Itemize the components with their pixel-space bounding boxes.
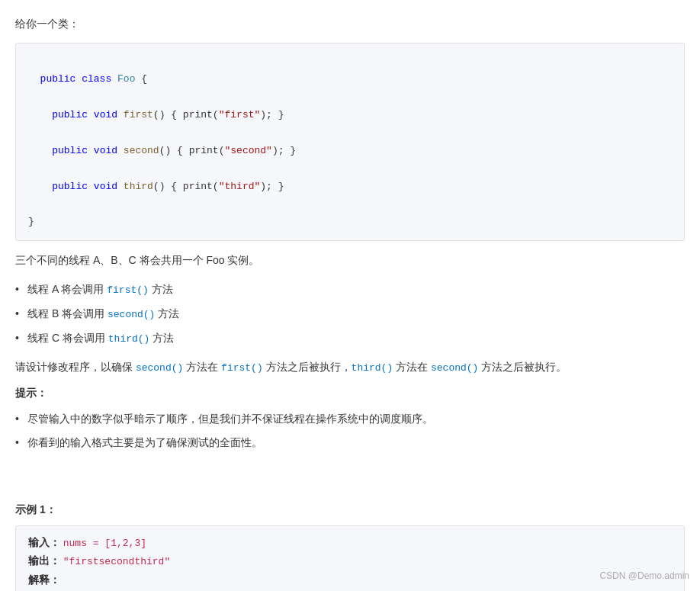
fn-second: second	[124, 145, 159, 156]
brace-close: }	[28, 216, 34, 227]
example-1-input-row: 输入： nums = [1,2,3]	[28, 534, 672, 552]
str-second: "second"	[224, 145, 271, 156]
spacer-2	[15, 477, 685, 486]
hint-section: 提示： 尽管输入中的数字似乎暗示了顺序，但是我们并不保证线程在操作系统中的调度顺…	[15, 384, 685, 455]
req-text-4: 方法在	[393, 361, 431, 373]
keyword-public: public	[40, 73, 82, 85]
example-1-input-label: 输入：	[28, 537, 60, 548]
req-code-third: third()	[352, 362, 393, 374]
indent2	[28, 145, 52, 156]
req-text-3: 方法之后被执行，	[263, 361, 352, 373]
req-code-first: first()	[221, 362, 263, 374]
kw-void-3: void	[94, 181, 124, 192]
hint-item-1: 尽管输入中的数字似乎暗示了顺序，但是我们并不保证线程在操作系统中的调度顺序。	[15, 407, 685, 432]
indent3	[28, 181, 52, 192]
example-1-output-val: "firstsecondthird"	[63, 556, 170, 567]
bullet-a-code: first()	[107, 284, 149, 296]
example-1-output-row: 输出： "firstsecondthird"	[28, 552, 672, 570]
str-first: "first"	[219, 109, 261, 120]
desc-text: 三个不同的线程 A、B、C 将会共用一个 Foo 实例。	[15, 252, 685, 270]
params-1: () { print(	[153, 109, 219, 120]
params-3: () { print(	[153, 181, 219, 192]
bullet-b-code: second()	[108, 309, 155, 320]
bullet-c-code: third()	[108, 333, 150, 345]
bullet-a-text-after: 方法	[149, 283, 173, 295]
kw-public-2: public	[52, 145, 94, 156]
close-2: ); }	[272, 145, 296, 156]
example-1-output-label: 输出：	[28, 555, 60, 567]
hint-item-2: 你看到的输入格式主要是为了确保测试的全面性。	[15, 431, 685, 455]
bullet-c-text-before: 线程 C 将会调用	[27, 332, 108, 344]
close-3: ); }	[260, 181, 284, 192]
hint-title: 提示：	[15, 384, 685, 403]
indent1	[28, 109, 52, 120]
bullet-thread-a: 线程 A 将会调用 first() 方法	[15, 278, 685, 302]
bullet-a-text-before: 线程 A 将会调用	[27, 283, 107, 295]
intro-text: 给你一个类：	[15, 15, 685, 34]
example-1-title: 示例 1：	[15, 501, 685, 519]
bullet-b-text-before: 线程 B 将会调用	[27, 307, 108, 320]
brace-open: {	[141, 73, 147, 85]
class-name: Foo	[117, 73, 141, 85]
example-1-input-val: nums = [1,2,3]	[63, 538, 146, 549]
kw-public-1: public	[52, 109, 94, 120]
footer-watermark: CSDN @Demo.admin	[599, 568, 689, 583]
thread-bullet-list: 线程 A 将会调用 first() 方法 线程 B 将会调用 second() …	[15, 278, 685, 351]
req-text-2: 方法在	[183, 361, 221, 373]
example-1-section: 示例 1： 输入： nums = [1,2,3] 输出： "firstsecon…	[15, 501, 685, 591]
request-text: 请设计修改程序，以确保 second() 方法在 first() 方法之后被执行…	[15, 358, 685, 377]
bullet-c-text-after: 方法	[149, 332, 174, 344]
req-text-1: 请设计修改程序，以确保	[15, 361, 136, 373]
params-2: () { print(	[159, 145, 225, 156]
req-code-second2: second()	[431, 362, 478, 374]
fn-first: first	[124, 109, 153, 120]
example-1-explain-row: 解释：	[28, 571, 672, 589]
bullet-thread-c: 线程 C 将会调用 third() 方法	[15, 326, 685, 351]
code-block: public class Foo { public void first() {…	[15, 43, 685, 241]
req-text-5: 方法之后被执行。	[478, 361, 567, 373]
kw-void-1: void	[94, 109, 124, 120]
bullet-b-text-after: 方法	[155, 307, 179, 320]
kw-void-2: void	[94, 145, 124, 156]
keyword-class: class	[82, 73, 117, 85]
example-1-explain-label: 解释：	[28, 574, 60, 586]
fn-third: third	[124, 181, 153, 192]
close-1: ); }	[260, 109, 284, 120]
spacer-1	[15, 467, 685, 477]
str-third: "third"	[219, 181, 261, 192]
bullet-thread-b: 线程 B 将会调用 second() 方法	[15, 302, 685, 326]
example-1-box: 输入： nums = [1,2,3] 输出： "firstsecondthird…	[15, 525, 685, 591]
kw-public-3: public	[52, 181, 94, 192]
req-code-second: second()	[136, 362, 183, 374]
hint-list: 尽管输入中的数字似乎暗示了顺序，但是我们并不保证线程在操作系统中的调度顺序。 你…	[15, 407, 685, 456]
